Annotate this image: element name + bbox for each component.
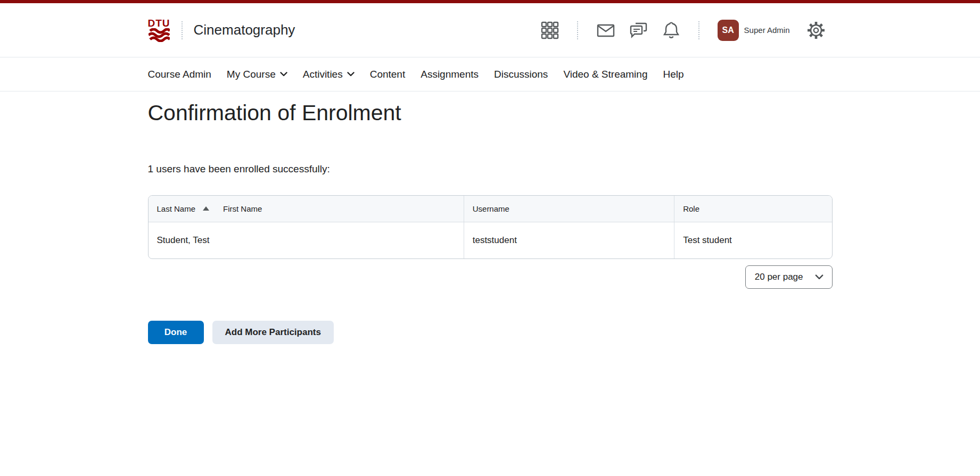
app-header: DTU Cinematography: [0, 3, 980, 57]
user-avatar[interactable]: SA: [718, 20, 739, 41]
nav-item-my-course[interactable]: My Course: [227, 69, 287, 80]
enrolment-success-message: 1 users have been enrolled successfully:: [148, 163, 833, 175]
dtu-logo-text: DTU: [148, 18, 170, 28]
table-header-row: Last Name First Name Username Role: [149, 196, 832, 222]
nav-item-course-admin[interactable]: Course Admin: [148, 69, 211, 80]
header-divider: [698, 21, 699, 39]
done-button[interactable]: Done: [148, 321, 204, 344]
header-divider: [577, 21, 578, 39]
course-navbar: Course Admin My Course Activities Conten…: [0, 57, 980, 91]
nav-item-discussions[interactable]: Discussions: [494, 69, 548, 80]
nav-item-content[interactable]: Content: [370, 69, 406, 80]
user-initials: SA: [722, 26, 734, 35]
column-header-first-name[interactable]: First Name: [223, 204, 262, 213]
bell-icon[interactable]: [662, 21, 680, 40]
cell-role: Test student: [674, 222, 831, 258]
app-launcher-grid-icon[interactable]: [541, 21, 559, 39]
column-header-username[interactable]: Username: [464, 196, 674, 222]
nav-item-help[interactable]: Help: [663, 69, 683, 80]
sort-ascending-icon[interactable]: [203, 206, 209, 211]
chevron-down-icon: [280, 72, 287, 77]
chat-icon[interactable]: [629, 21, 648, 39]
column-header-last-name[interactable]: Last Name: [157, 204, 196, 213]
enrolled-users-table: Last Name First Name Username Role Stude…: [148, 195, 833, 259]
gear-icon[interactable]: [806, 21, 826, 40]
per-page-selected-value: 20 per page: [755, 272, 803, 282]
chevron-down-icon: [815, 274, 823, 280]
cell-name: Student, Test: [149, 222, 464, 258]
course-title[interactable]: Cinematography: [194, 22, 295, 38]
chevron-down-icon: [347, 72, 355, 77]
add-more-participants-button[interactable]: Add More Participants: [212, 321, 334, 344]
header-divider: [182, 21, 183, 39]
nav-item-assignments[interactable]: Assignments: [421, 69, 479, 80]
user-name[interactable]: Super Admin: [744, 26, 790, 35]
dtu-logo[interactable]: DTU: [148, 18, 170, 42]
per-page-select[interactable]: 20 per page: [745, 265, 833, 289]
main-content: Confirmation of Enrolment 1 users have b…: [148, 91, 833, 344]
table-row: Student, Test teststudent Test student: [149, 222, 832, 258]
nav-item-video-streaming[interactable]: Video & Streaming: [563, 69, 647, 80]
column-header-role[interactable]: Role: [674, 196, 831, 222]
nav-item-activities[interactable]: Activities: [303, 69, 355, 80]
page-title: Confirmation of Enrolment: [148, 100, 833, 126]
mail-icon[interactable]: [596, 22, 615, 38]
column-header-name: Last Name First Name: [149, 196, 464, 222]
dtu-wave-icon: [149, 28, 170, 42]
cell-username: teststudent: [464, 222, 674, 258]
